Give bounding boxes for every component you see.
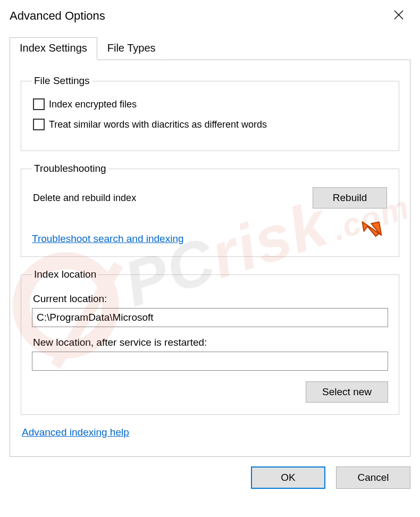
file-settings-legend: File Settings — [32, 75, 92, 87]
tab-index-settings[interactable]: Index Settings — [10, 37, 97, 60]
index-location-group: Index location Current location: New loc… — [21, 269, 399, 415]
index-location-legend: Index location — [32, 269, 98, 280]
window-title: Advanced Options — [10, 9, 105, 23]
new-location-label: New location, after service is restarted… — [33, 337, 387, 348]
tab-file-types[interactable]: File Types — [97, 38, 166, 60]
index-encrypted-checkbox[interactable] — [33, 98, 45, 110]
troubleshooting-group: Troubleshooting Delete and rebuild index… — [21, 163, 399, 257]
tabs: Index Settings File Types — [10, 37, 410, 60]
footer: OK Cancel — [10, 466, 410, 489]
troubleshoot-link[interactable]: Troubleshoot search and indexing — [32, 233, 184, 245]
cancel-button[interactable]: Cancel — [336, 466, 410, 489]
ok-button[interactable]: OK — [251, 466, 325, 489]
advanced-help-link[interactable]: Advanced indexing help — [22, 427, 129, 438]
file-settings-group: File Settings Index encrypted files Trea… — [21, 75, 399, 151]
current-location-label: Current location: — [33, 293, 387, 305]
titlebar: Advanced Options — [0, 0, 420, 30]
troubleshooting-legend: Troubleshooting — [32, 163, 108, 174]
index-encrypted-label: Index encrypted files — [49, 99, 137, 110]
close-icon[interactable] — [387, 7, 410, 24]
current-location-input[interactable] — [32, 308, 388, 327]
new-location-input[interactable] — [32, 352, 388, 371]
diacritics-label: Treat similar words with diacritics as d… — [49, 119, 267, 130]
diacritics-checkbox[interactable] — [33, 119, 45, 130]
select-new-button[interactable]: Select new — [306, 381, 388, 403]
tab-panel: File Settings Index encrypted files Trea… — [10, 60, 410, 457]
rebuild-button[interactable]: Rebuild — [313, 187, 387, 209]
delete-rebuild-label: Delete and rebuild index — [33, 193, 136, 204]
